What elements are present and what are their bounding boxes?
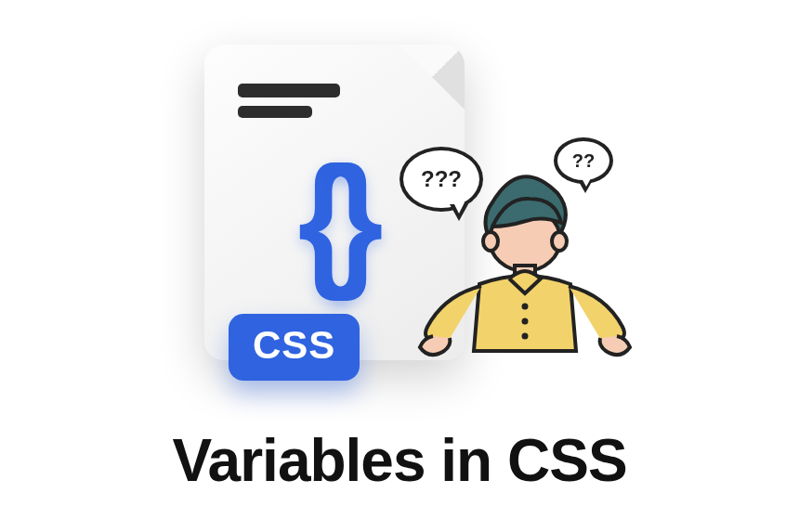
speech-bubble-tail (578, 180, 593, 193)
speech-bubble-icon: ??? (400, 147, 483, 212)
question-marks: ?? (572, 150, 595, 172)
speech-bubble-tail (450, 204, 468, 221)
svg-point-1 (483, 232, 498, 251)
svg-point-4 (522, 304, 529, 310)
file-text-line (238, 106, 312, 118)
svg-point-6 (522, 333, 529, 340)
page-title: Variables in CSS (0, 426, 799, 495)
speech-bubble-icon: ?? (554, 137, 613, 184)
illustration-group: {} CSS ??? ?? (167, 45, 632, 416)
svg-point-2 (552, 232, 567, 251)
svg-point-5 (522, 318, 529, 325)
css-badge: CSS (229, 314, 360, 381)
confused-person-icon: ??? ?? (400, 137, 641, 397)
brace-right: } (331, 145, 371, 293)
question-marks: ??? (421, 166, 462, 192)
file-text-line (238, 84, 340, 97)
file-corner-fold (400, 45, 465, 110)
